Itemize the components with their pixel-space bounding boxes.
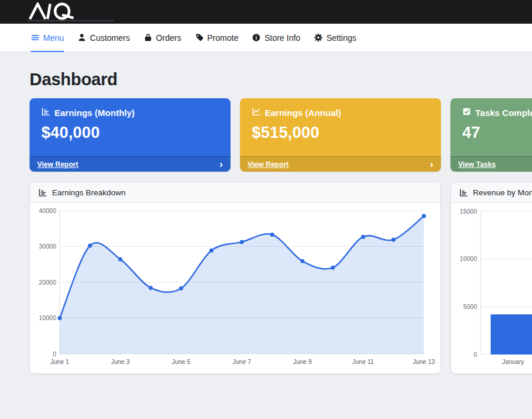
stat-card-title: Earnings (Annual) xyxy=(265,108,341,118)
view-report-link[interactable]: View Report xyxy=(248,160,288,169)
svg-text:10000: 10000 xyxy=(460,255,477,262)
svg-text:20000: 20000 xyxy=(39,279,56,286)
svg-text:June 13: June 13 xyxy=(413,358,435,365)
earnings-breakdown-chart: 010000200003000040000June 1June 3June 5J… xyxy=(30,203,440,373)
chart-title: Earnings Breakdown xyxy=(52,188,126,197)
svg-text:June 3: June 3 xyxy=(111,358,130,365)
chevron-right-icon[interactable]: › xyxy=(430,159,433,170)
nav-item-label: Menu xyxy=(43,33,64,43)
app-window: Menu Customers Orders Promote Store Info xyxy=(0,0,532,419)
nav-item-settings[interactable]: Settings xyxy=(314,24,356,51)
svg-text:40000: 40000 xyxy=(39,207,56,214)
svg-text:5000: 5000 xyxy=(463,303,478,310)
svg-text:June 9: June 9 xyxy=(293,358,312,365)
bar-chart-icon xyxy=(38,188,47,197)
line-chart: 010000200003000040000June 1June 3June 5J… xyxy=(30,203,440,373)
aq-logo-icon xyxy=(28,2,80,20)
svg-text:0: 0 xyxy=(53,350,56,357)
brand-underline xyxy=(28,20,114,21)
page-content: Dashboard Earnings (Monthly) $40,000 Vie… xyxy=(0,52,532,374)
svg-text:June 7: June 7 xyxy=(232,358,251,365)
bag-icon xyxy=(144,33,153,42)
info-icon xyxy=(252,33,261,42)
topbar xyxy=(0,0,532,24)
svg-text:15000: 15000 xyxy=(460,208,477,215)
bar-chart-icon xyxy=(41,107,50,118)
revenue-by-month-card: Revenue by Month 050001000015000January xyxy=(450,182,532,374)
svg-text:0: 0 xyxy=(473,351,477,358)
check-square-icon xyxy=(462,107,471,118)
card-tasks-completed: Tasks Completed 47 View Tasks › xyxy=(450,98,532,172)
page-title: Dashboard xyxy=(30,70,532,89)
main-nav: Menu Customers Orders Promote Store Info xyxy=(0,24,532,52)
nav-item-store-info[interactable]: Store Info xyxy=(252,24,300,51)
stat-card-title: Tasks Completed xyxy=(475,108,532,118)
earnings-breakdown-card: Earnings Breakdown 010000200003000040000… xyxy=(30,182,441,374)
person-icon xyxy=(77,33,86,42)
nav-item-customers[interactable]: Customers xyxy=(77,24,130,51)
svg-text:June 11: June 11 xyxy=(352,358,374,365)
revenue-by-month-chart: 050001000015000January xyxy=(451,203,532,373)
stat-card-value: 47 xyxy=(462,124,532,142)
nav-item-label: Settings xyxy=(326,33,356,43)
nav-item-promote[interactable]: Promote xyxy=(195,24,239,51)
nav-item-label: Orders xyxy=(156,33,181,43)
svg-text:January: January xyxy=(502,358,524,365)
stat-card-value: $515,000 xyxy=(252,124,429,142)
brand-logo[interactable] xyxy=(28,2,80,22)
nav-item-label: Store Info xyxy=(264,33,300,43)
gear-icon xyxy=(314,33,323,42)
svg-text:30000: 30000 xyxy=(39,243,56,250)
chart-title: Revenue by Month xyxy=(473,188,532,197)
svg-text:June 1: June 1 xyxy=(50,358,69,365)
tag-icon xyxy=(195,33,204,42)
nav-item-menu[interactable]: Menu xyxy=(31,24,64,51)
hamburger-icon xyxy=(31,33,40,42)
chevron-right-icon[interactable]: › xyxy=(219,159,223,170)
view-tasks-link[interactable]: View Tasks xyxy=(458,160,496,169)
stat-cards-row: Earnings (Monthly) $40,000 View Report ›… xyxy=(30,98,532,172)
stat-card-value: $40,000 xyxy=(41,124,219,142)
line-chart-icon xyxy=(252,107,261,118)
charts-row: Earnings Breakdown 010000200003000040000… xyxy=(30,182,532,374)
nav-item-label: Customers xyxy=(90,33,130,43)
card-earnings-monthly: Earnings (Monthly) $40,000 View Report › xyxy=(30,98,231,172)
svg-text:10000: 10000 xyxy=(39,314,56,321)
view-report-link[interactable]: View Report xyxy=(37,160,78,169)
card-earnings-annual: Earnings (Annual) $515,000 View Report › xyxy=(240,98,441,172)
nav-item-orders[interactable]: Orders xyxy=(144,24,181,51)
bar-chart: 050001000015000January xyxy=(451,203,532,373)
svg-text:June 5: June 5 xyxy=(172,358,191,365)
nav-item-label: Promote xyxy=(207,33,239,43)
stat-card-title: Earnings (Monthly) xyxy=(54,108,135,118)
bar-chart-icon xyxy=(459,188,468,197)
